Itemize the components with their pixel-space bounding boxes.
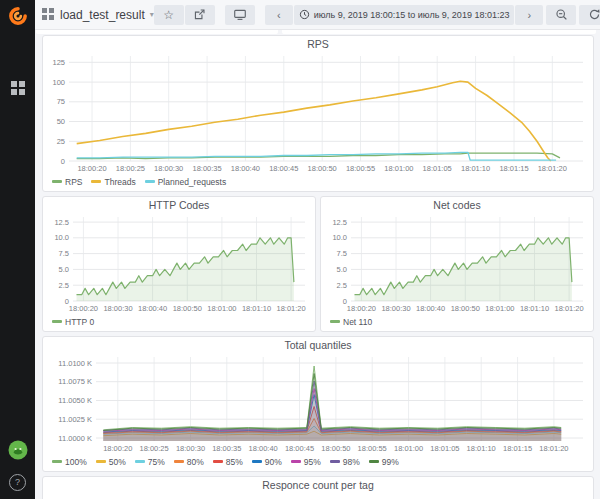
dashboard-title[interactable]: load_test_result bbox=[60, 8, 145, 22]
responce-count-chart[interactable] bbox=[47, 493, 589, 499]
svg-text:12.5: 12.5 bbox=[332, 218, 347, 227]
time-forward-button[interactable]: › bbox=[515, 5, 543, 25]
svg-text:2.5: 2.5 bbox=[337, 281, 347, 290]
svg-text:18:00:20: 18:00:20 bbox=[77, 164, 106, 173]
panel-rps: RPS 18:00:2018:00:2518:00:3018:00:3518:0… bbox=[42, 35, 594, 192]
svg-text:18:01:00: 18:01:00 bbox=[207, 304, 236, 313]
svg-text:18:01:05: 18:01:05 bbox=[430, 444, 459, 453]
panel-title-rps[interactable]: RPS bbox=[43, 36, 593, 52]
chart-svg: 18:00:2018:00:2518:00:3018:00:3518:00:40… bbox=[47, 353, 589, 454]
svg-text:18:00:50: 18:00:50 bbox=[321, 444, 350, 453]
http-codes-chart[interactable]: 18:00:2018:00:3018:00:4018:00:5018:01:00… bbox=[47, 213, 311, 314]
svg-text:18:00:35: 18:00:35 bbox=[192, 164, 221, 173]
total-quantiles-chart[interactable]: 18:00:2018:00:2518:00:3018:00:3518:00:40… bbox=[47, 353, 589, 454]
refresh-button[interactable] bbox=[579, 5, 600, 25]
net-codes-legend: Net 110 bbox=[321, 314, 593, 331]
star-button[interactable]: ☆ bbox=[154, 5, 184, 25]
share-icon bbox=[193, 8, 206, 21]
legend-item-98%[interactable]: 98% bbox=[330, 457, 360, 467]
svg-text:18:01:15: 18:01:15 bbox=[499, 164, 528, 173]
user-avatar[interactable] bbox=[8, 440, 28, 464]
legend-item-Planned_requests[interactable]: Planned_requests bbox=[145, 177, 227, 187]
panel-net-codes: Net codes 18:00:2018:00:3018:00:4018:00:… bbox=[320, 196, 594, 332]
svg-text:7.5: 7.5 bbox=[59, 249, 69, 258]
legend-item-Net 110[interactable]: Net 110 bbox=[330, 317, 372, 327]
legend-item-85%[interactable]: 85% bbox=[213, 457, 243, 467]
panel-title-net-codes[interactable]: Net codes bbox=[321, 197, 593, 213]
svg-text:5.0: 5.0 bbox=[59, 265, 69, 274]
rps-chart[interactable]: 18:00:2018:00:2518:00:3018:00:3518:00:40… bbox=[47, 52, 589, 174]
svg-text:18:00:40: 18:00:40 bbox=[231, 164, 260, 173]
dashboards-icon[interactable] bbox=[11, 81, 25, 99]
legend-item-95%[interactable]: 95% bbox=[291, 457, 321, 467]
panel-responce-count-per-tag: Responce count per tag bbox=[42, 476, 594, 499]
svg-text:7.5: 7.5 bbox=[337, 249, 347, 258]
http-codes-legend: HTTP 0 bbox=[43, 314, 315, 331]
svg-text:0: 0 bbox=[61, 157, 65, 166]
svg-text:12.5: 12.5 bbox=[54, 218, 69, 227]
dashboard-canvas: RPS 18:00:2018:00:2518:00:3018:00:3518:0… bbox=[35, 30, 600, 499]
svg-text:18:00:50: 18:00:50 bbox=[308, 164, 337, 173]
legend-item-90%[interactable]: 90% bbox=[252, 457, 282, 467]
svg-text:75: 75 bbox=[57, 97, 65, 106]
svg-text:18:00:30: 18:00:30 bbox=[176, 444, 205, 453]
panel-http-codes: HTTP Codes 18:00:2018:00:3018:00:4018:00… bbox=[42, 196, 316, 332]
svg-text:18:00:25: 18:00:25 bbox=[116, 164, 145, 173]
legend-item-50%[interactable]: 50% bbox=[96, 457, 126, 467]
share-button[interactable] bbox=[185, 5, 215, 25]
svg-text:18:00:25: 18:00:25 bbox=[139, 444, 168, 453]
legend-item-RPS[interactable]: RPS bbox=[52, 177, 82, 187]
refresh-icon bbox=[588, 8, 600, 21]
svg-text:100: 100 bbox=[52, 78, 65, 87]
svg-text:18:00:45: 18:00:45 bbox=[285, 444, 314, 453]
panel-title-responce-count[interactable]: Responce count per tag bbox=[43, 477, 593, 493]
chart-svg: 18:00:2018:00:3018:00:4018:00:5018:01:00… bbox=[47, 213, 311, 314]
dashboard-grid-icon bbox=[42, 6, 54, 24]
svg-text:18:01:20: 18:01:20 bbox=[276, 304, 305, 313]
svg-text:18:00:30: 18:00:30 bbox=[103, 304, 132, 313]
panel-title-total-quantiles[interactable]: Total quantiles bbox=[43, 337, 593, 353]
grafana-logo-icon[interactable] bbox=[7, 5, 29, 31]
svg-text:18:00:55: 18:00:55 bbox=[358, 444, 387, 453]
svg-text:18:01:10: 18:01:10 bbox=[461, 164, 490, 173]
svg-text:0: 0 bbox=[343, 297, 347, 306]
legend-item-100%[interactable]: 100% bbox=[52, 457, 87, 467]
svg-text:18:00:35: 18:00:35 bbox=[212, 444, 241, 453]
svg-text:18:00:30: 18:00:30 bbox=[381, 304, 410, 313]
legend-item-Threads[interactable]: Threads bbox=[91, 177, 135, 187]
time-back-button[interactable]: ‹ bbox=[265, 5, 293, 25]
help-icon[interactable]: ? bbox=[9, 474, 26, 491]
legend-item-75%[interactable]: 75% bbox=[135, 457, 165, 467]
svg-text:25: 25 bbox=[57, 137, 65, 146]
time-range-label: июль 9, 2019 18:00:15 to июль 9, 2019 18… bbox=[314, 10, 510, 20]
net-codes-chart[interactable]: 18:00:2018:00:3018:00:4018:00:5018:01:00… bbox=[325, 213, 589, 314]
total-quantiles-legend: 100%50%75%80%85%90%95%98%99% bbox=[43, 454, 593, 471]
panel-title-http-codes[interactable]: HTTP Codes bbox=[43, 197, 315, 213]
legend-item-HTTP 0[interactable]: HTTP 0 bbox=[52, 317, 94, 327]
clock-icon bbox=[299, 9, 310, 20]
time-range-button[interactable]: июль 9, 2019 18:00:15 to июль 9, 2019 18… bbox=[294, 5, 515, 25]
svg-text:18:00:20: 18:00:20 bbox=[347, 304, 376, 313]
svg-text:11.0075 K: 11.0075 K bbox=[58, 377, 92, 386]
svg-text:10.0: 10.0 bbox=[54, 233, 69, 242]
panel-total-quantiles: Total quantiles 18:00:2018:00:2518:00:30… bbox=[42, 336, 594, 472]
cycle-view-button[interactable] bbox=[225, 5, 255, 25]
legend-item-99%[interactable]: 99% bbox=[369, 457, 399, 467]
dashboard-header: load_test_result ▾ ☆ bbox=[35, 0, 600, 30]
chart-svg: 18:00:2018:00:3018:00:4018:00:5018:01:00… bbox=[325, 213, 589, 314]
sidebar: ? bbox=[0, 0, 35, 499]
svg-text:11.0000 K: 11.0000 K bbox=[58, 434, 92, 443]
svg-text:18:00:45: 18:00:45 bbox=[269, 164, 298, 173]
svg-text:18:01:00: 18:01:00 bbox=[394, 444, 423, 453]
svg-text:0: 0 bbox=[65, 297, 69, 306]
legend-item-80%[interactable]: 80% bbox=[174, 457, 204, 467]
svg-text:18:00:40: 18:00:40 bbox=[249, 444, 278, 453]
chart-svg: 18:00:2018:00:2518:00:3018:00:3518:00:40… bbox=[47, 52, 589, 174]
svg-text:18:01:20: 18:01:20 bbox=[539, 444, 568, 453]
grafana-app: ? load_test_result ▾ ☆ bbox=[0, 0, 600, 499]
svg-text:18:00:20: 18:00:20 bbox=[103, 444, 132, 453]
svg-text:18:01:00: 18:01:00 bbox=[485, 304, 514, 313]
zoom-out-button[interactable] bbox=[546, 5, 576, 25]
svg-text:18:00:30: 18:00:30 bbox=[154, 164, 183, 173]
svg-text:11.0100 K: 11.0100 K bbox=[58, 359, 92, 368]
